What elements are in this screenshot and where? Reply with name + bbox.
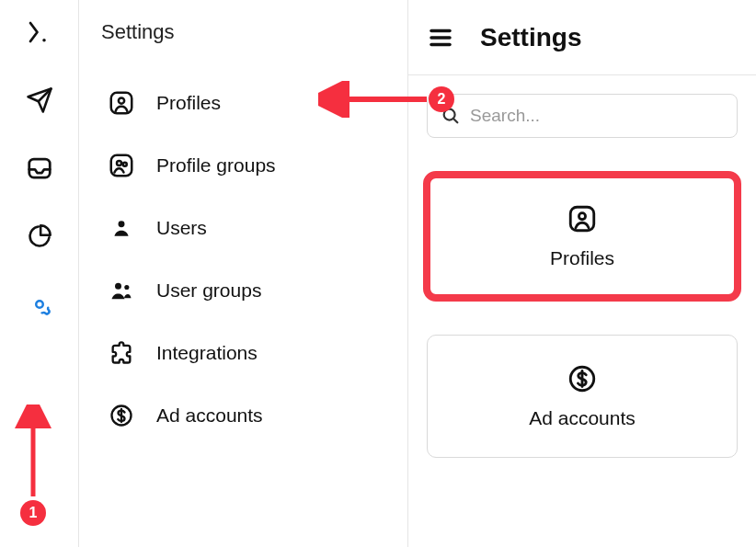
nav-item-integrations[interactable]: Integrations [101,322,389,384]
annotation-arrow-1 [13,405,53,506]
logo-icon[interactable] [24,17,55,48]
send-icon[interactable] [24,85,55,116]
search-input[interactable] [470,106,724,126]
annotation-badge-1: 1 [20,500,46,526]
dollar-circle-icon [567,363,598,394]
hamburger-icon[interactable] [427,24,454,51]
settings-nav: Settings Profiles Profile groups [79,0,408,547]
nav-item-label: Profile groups [156,154,276,177]
card-label: Ad accounts [529,407,636,429]
nav-item-ad-accounts[interactable]: Ad accounts [101,384,389,447]
svg-point-0 [42,39,46,42]
nav-item-label: Users [156,217,207,239]
profile-groups-icon [107,151,136,180]
panel-title: Settings [480,23,581,52]
card-ad-accounts[interactable]: Ad accounts [427,335,738,458]
profile-icon [567,203,598,234]
card-label: Profiles [550,247,614,269]
svg-point-2 [36,301,43,308]
svg-point-11 [124,285,129,290]
user-icon [107,213,136,243]
svg-point-5 [119,97,124,103]
nav-item-label: Integrations [156,342,258,364]
user-groups-icon [107,276,136,305]
svg-point-7 [117,161,121,165]
svg-line-18 [453,119,457,122]
settings-nav-title: Settings [101,20,389,44]
inbox-icon[interactable] [24,153,55,184]
annotation-arrow-2 [318,81,438,118]
svg-point-10 [115,283,121,290]
icon-rail: 1 [0,0,79,547]
svg-point-20 [578,213,585,220]
content-panel: Settings Profiles [408,0,756,547]
panel-header: Settings [408,0,756,75]
pie-chart-icon[interactable] [24,221,55,252]
svg-point-9 [119,221,125,227]
nav-item-users[interactable]: Users [101,197,389,259]
nav-item-profile-groups[interactable]: Profile groups [101,134,389,197]
settings-gear-icon[interactable] [24,289,55,320]
nav-item-label: Profiles [156,92,221,114]
card-profiles[interactable]: Profiles [427,175,738,298]
profile-icon [107,88,136,118]
puzzle-icon [107,338,136,368]
svg-point-8 [123,163,127,166]
annotation-badge-2: 2 [429,86,454,112]
dollar-circle-icon [107,401,136,430]
search-box[interactable] [427,94,738,138]
nav-item-label: User groups [156,279,261,302]
nav-item-label: Ad accounts [156,405,263,427]
panel-body: Profiles Ad accounts [408,75,756,476]
nav-item-user-groups[interactable]: User groups [101,259,389,322]
